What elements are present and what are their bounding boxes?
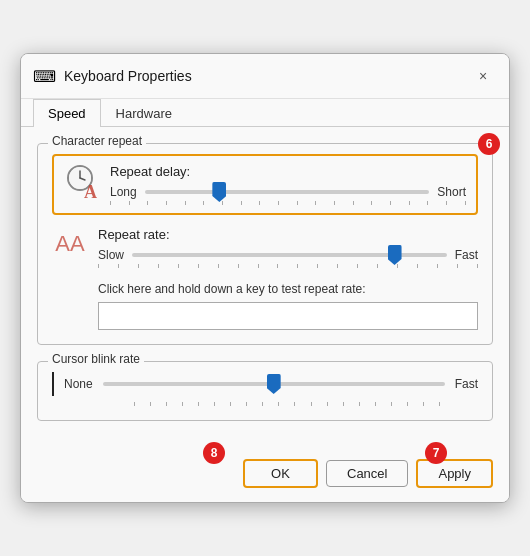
tick-mark <box>98 264 99 268</box>
tick-mark <box>371 201 372 205</box>
tick-mark <box>297 264 298 268</box>
cursor-blink-slider[interactable] <box>103 382 445 386</box>
tick-mark <box>166 201 167 205</box>
tick-mark <box>409 201 410 205</box>
tick-mark <box>391 402 392 406</box>
tick-mark <box>246 402 247 406</box>
cursor-blink-row: None Fast <box>52 372 478 396</box>
cursor-blink-preview <box>52 372 54 396</box>
tick-mark <box>446 201 447 205</box>
repeat-delay-row: Long Short <box>110 185 466 199</box>
tick-mark <box>258 264 259 268</box>
tick-mark <box>311 402 312 406</box>
tick-mark <box>278 402 279 406</box>
footer-wrapper: 8 7 OK Cancel Apply <box>21 449 509 502</box>
repeat-delay-left-label: Long <box>110 185 137 199</box>
tick-mark <box>457 264 458 268</box>
tick-mark <box>343 402 344 406</box>
tick-mark <box>377 264 378 268</box>
repeat-rate-slider[interactable] <box>132 253 447 257</box>
repeat-rate-row: AA Repeat rate: Slow Fast <box>52 227 478 268</box>
tick-mark <box>241 201 242 205</box>
tick-mark <box>178 264 179 268</box>
aa-icon: AA <box>52 227 88 257</box>
tick-mark <box>230 402 231 406</box>
tick-mark <box>277 264 278 268</box>
tick-mark <box>158 264 159 268</box>
tick-mark <box>262 402 263 406</box>
tick-mark <box>337 264 338 268</box>
tick-mark <box>317 264 318 268</box>
tick-mark <box>297 201 298 205</box>
tick-mark <box>278 201 279 205</box>
tab-speed[interactable]: Speed <box>33 99 101 127</box>
tick-mark <box>427 201 428 205</box>
tab-bar: Speed Hardware <box>21 99 509 127</box>
tick-mark <box>222 201 223 205</box>
repeat-rate-slider-row: Slow Fast <box>98 248 478 262</box>
tick-mark <box>334 201 335 205</box>
test-area-wrapper: Click here and hold down a key to test r… <box>52 282 478 330</box>
tick-mark <box>417 264 418 268</box>
tick-mark <box>203 201 204 205</box>
test-repeat-input[interactable] <box>98 302 478 330</box>
ok-button[interactable]: OK <box>243 459 318 488</box>
tick-mark <box>198 264 199 268</box>
repeat-delay-box: A Repeat delay: Long Short <box>52 154 478 215</box>
apply-button[interactable]: Apply <box>416 459 493 488</box>
tick-mark <box>214 402 215 406</box>
tick-mark <box>110 201 111 205</box>
badge-7: 7 <box>425 442 447 464</box>
badge-8: 8 <box>203 442 225 464</box>
cancel-button[interactable]: Cancel <box>326 460 408 487</box>
tab-hardware[interactable]: Hardware <box>101 99 187 127</box>
cursor-none-label: None <box>64 377 93 391</box>
cursor-blink-ticks <box>52 400 478 406</box>
tick-mark <box>147 201 148 205</box>
tick-mark <box>465 201 466 205</box>
window-title: Keyboard Properties <box>64 68 192 84</box>
cursor-blink-label: Cursor blink rate <box>48 352 144 366</box>
repeat-rate-left-label: Slow <box>98 248 124 262</box>
tick-mark <box>198 402 199 406</box>
tick-mark <box>390 201 391 205</box>
tick-mark <box>327 402 328 406</box>
tick-mark <box>182 402 183 406</box>
tick-mark <box>185 201 186 205</box>
tick-mark <box>150 402 151 406</box>
title-bar-left: ⌨ Keyboard Properties <box>33 67 192 86</box>
svg-text:A: A <box>84 182 97 200</box>
keyboard-icon: ⌨ <box>33 67 56 86</box>
tick-mark <box>166 402 167 406</box>
tick-mark <box>118 264 119 268</box>
tick-mark <box>129 201 130 205</box>
tick-mark <box>315 201 316 205</box>
close-button[interactable]: × <box>469 62 497 90</box>
tick-mark <box>294 402 295 406</box>
tick-mark <box>437 264 438 268</box>
tick-mark <box>375 402 376 406</box>
tick-mark <box>359 402 360 406</box>
repeat-rate-right-label: Fast <box>455 248 478 262</box>
character-repeat-label: Character repeat <box>48 134 146 148</box>
test-area-label: Click here and hold down a key to test r… <box>98 282 478 296</box>
tick-mark <box>238 264 239 268</box>
tick-mark <box>357 264 358 268</box>
repeat-delay-slider[interactable] <box>145 190 430 194</box>
tick-mark <box>138 264 139 268</box>
repeat-delay-slider-area: Repeat delay: Long Short <box>110 164 466 205</box>
tick-mark <box>134 402 135 406</box>
tick-mark <box>407 402 408 406</box>
character-repeat-section: Character repeat 6 A <box>37 143 493 345</box>
clock-a-icon: A <box>64 164 100 203</box>
keyboard-properties-window: ⌨ Keyboard Properties × Speed Hardware C… <box>20 53 510 503</box>
tick-mark <box>423 402 424 406</box>
repeat-rate-label: Repeat rate: <box>98 227 478 242</box>
tick-mark <box>397 264 398 268</box>
tab-content: Character repeat 6 A <box>21 127 509 449</box>
badge-6: 6 <box>478 133 500 155</box>
title-bar: ⌨ Keyboard Properties × <box>21 54 509 99</box>
tick-mark <box>439 402 440 406</box>
cursor-fast-label: Fast <box>455 377 478 391</box>
tick-mark <box>477 264 478 268</box>
